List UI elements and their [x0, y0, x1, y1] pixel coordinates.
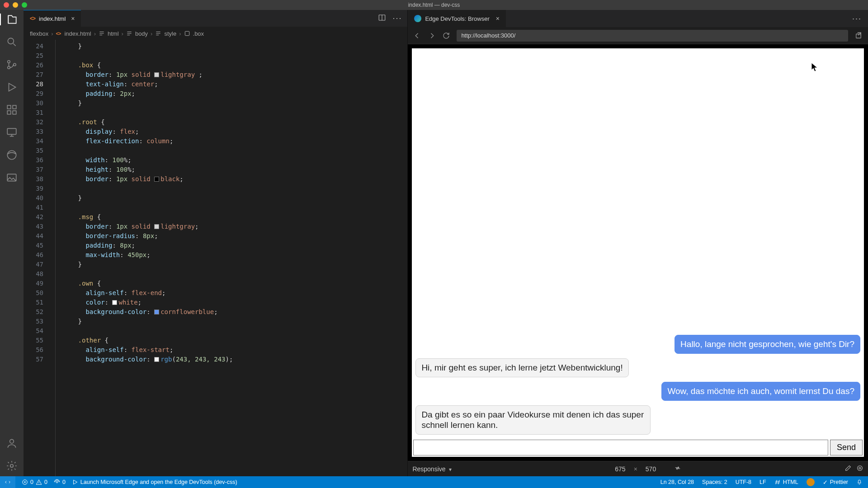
svg-rect-4: [7, 105, 11, 109]
target-icon[interactable]: [856, 465, 863, 473]
symbol-icon: [99, 30, 105, 37]
svg-rect-5: [13, 105, 16, 109]
svg-point-3: [14, 63, 16, 66]
encoding-status[interactable]: UTF-8: [736, 479, 751, 485]
launch-edge-action[interactable]: Launch Microsoft Edge and open the Edge …: [72, 479, 237, 485]
edit-icon[interactable]: [844, 465, 852, 473]
window-zoom-dot[interactable]: [22, 2, 27, 8]
breadcrumb-file[interactable]: index.html: [64, 30, 91, 37]
run-debug-icon[interactable]: [6, 81, 18, 93]
chat-messages: Hallo, lange nicht gesprochen, wie geht'…: [412, 48, 864, 438]
back-icon[interactable]: [413, 32, 421, 40]
breadcrumbs[interactable]: flexbox › <> index.html › html › body › …: [24, 27, 407, 40]
code-editor[interactable]: 2425262728293031323334353637383940414243…: [24, 40, 407, 476]
ports-indicator[interactable]: 0: [54, 479, 66, 485]
browser-toolbar: [408, 27, 868, 44]
formatter-status[interactable]: ✓ Prettier: [823, 479, 848, 486]
window-close-dot[interactable]: [4, 2, 9, 8]
chevron-down-icon: ▾: [449, 466, 452, 473]
device-mode-select[interactable]: Responsive ▾: [412, 465, 452, 473]
edge-tools-icon[interactable]: [6, 149, 18, 161]
tab-close-icon[interactable]: ×: [496, 15, 500, 22]
editor-panel: <> index.html × ··· flexbox › <> index.h…: [24, 10, 408, 476]
breadcrumb-segment[interactable]: html: [108, 30, 119, 37]
breadcrumb-segment[interactable]: .box: [193, 30, 204, 37]
breadcrumb-folder[interactable]: flexbox: [30, 30, 48, 37]
viewport-width[interactable]: 675: [615, 465, 625, 473]
chat-message-own: Hallo, lange nicht gesprochen, wie geht'…: [675, 335, 860, 354]
language-mode[interactable]: HTML: [774, 479, 798, 485]
line-number-gutter: 2425262728293031323334353637383940414243…: [24, 40, 52, 476]
extension-badge-icon[interactable]: [807, 478, 815, 486]
svg-point-12: [10, 465, 14, 468]
launch-message: Launch Microsoft Edge and open the Edge …: [80, 479, 237, 485]
mac-titlebar: index.html — dev-css: [0, 0, 868, 10]
more-actions-icon[interactable]: ···: [392, 14, 402, 23]
url-input[interactable]: [457, 30, 848, 42]
device-mode-label: Responsive: [412, 465, 445, 473]
tab-edge-devtools[interactable]: Edge DevTools: Browser ×: [408, 10, 506, 27]
breadcrumb-segment[interactable]: style: [164, 30, 176, 37]
port-count: 0: [62, 479, 66, 485]
chat-text-input[interactable]: [413, 440, 828, 455]
search-icon[interactable]: [6, 36, 18, 48]
account-icon[interactable]: [6, 437, 18, 449]
window-title: index.html — dev-css: [0, 2, 868, 8]
svg-rect-14: [185, 31, 189, 35]
chevron-right-icon: ›: [179, 30, 181, 37]
symbol-icon: [155, 30, 161, 37]
eol-status[interactable]: LF: [760, 479, 766, 485]
svg-rect-8: [7, 128, 16, 134]
gallery-icon[interactable]: [6, 172, 18, 183]
devtools-tabs: Edge DevTools: Browser × ···: [408, 10, 868, 27]
explorer-icon[interactable]: [0, 14, 24, 25]
more-actions-icon[interactable]: ···: [852, 14, 862, 23]
check-icon: ✓: [823, 479, 828, 486]
svg-point-19: [56, 481, 58, 483]
code-content[interactable]: } .box { border: 1px solid lightgray ; t…: [52, 40, 407, 476]
warning-count: 0: [44, 479, 47, 485]
send-button[interactable]: Send: [830, 440, 863, 455]
svg-rect-6: [7, 111, 11, 114]
breadcrumb-segment[interactable]: body: [135, 30, 148, 37]
tab-index-html[interactable]: <> index.html ×: [24, 10, 81, 27]
svg-point-11: [10, 439, 14, 443]
status-bar: 0 0 0 Launch Microsoft Edge and open the…: [0, 476, 868, 488]
notifications-bell-icon[interactable]: [856, 479, 863, 486]
extensions-icon[interactable]: [6, 104, 18, 116]
symbol-icon: [126, 30, 132, 37]
browser-preview[interactable]: Hallo, lange nicht gesprochen, wie geht'…: [408, 44, 868, 461]
editor-tabs: <> index.html × ···: [24, 10, 407, 27]
indentation-status[interactable]: Spaces: 2: [702, 479, 727, 485]
chat-input-row: Send: [412, 438, 864, 457]
rotate-icon[interactable]: [674, 465, 681, 473]
svg-point-9: [7, 150, 16, 160]
popout-icon[interactable]: [854, 32, 863, 40]
chevron-right-icon: ›: [151, 30, 152, 37]
remote-explorer-icon[interactable]: [6, 127, 18, 138]
activity-bar: [0, 10, 24, 476]
forward-icon[interactable]: [428, 32, 436, 40]
chat-message-other: Hi, mir geht es super, ich lerne jetzt W…: [415, 358, 628, 377]
devtools-panel: Edge DevTools: Browser × ··· Hallo, lang…: [408, 10, 868, 476]
window-minimize-dot[interactable]: [13, 2, 18, 8]
source-control-icon[interactable]: [6, 59, 18, 70]
edge-icon: [414, 15, 421, 22]
settings-gear-icon[interactable]: [6, 460, 18, 472]
html-file-icon: <>: [30, 15, 35, 22]
page-root: Hallo, lange nicht gesprochen, wie geht'…: [411, 48, 864, 457]
device-toolbar: Responsive ▾ 675 × 570: [408, 461, 868, 476]
svg-point-0: [8, 38, 14, 44]
remote-indicator[interactable]: [0, 476, 15, 488]
chat-message-other: Da gibt es so ein paar Videokurse mit de…: [415, 405, 651, 435]
viewport-height[interactable]: 570: [646, 465, 656, 473]
reload-icon[interactable]: [442, 32, 450, 40]
svg-point-17: [859, 467, 861, 469]
split-editor-icon[interactable]: [378, 14, 386, 23]
cursor-position[interactable]: Ln 28, Col 28: [660, 479, 694, 485]
symbol-icon: [184, 30, 190, 37]
tab-close-icon[interactable]: ×: [71, 15, 75, 22]
language-label: HTML: [783, 479, 798, 485]
svg-rect-7: [13, 111, 16, 114]
problems-indicator[interactable]: 0 0: [22, 479, 47, 485]
